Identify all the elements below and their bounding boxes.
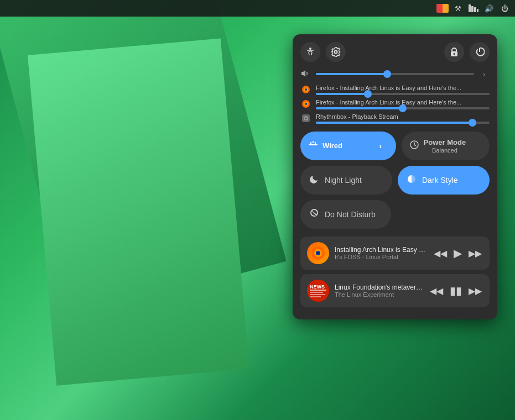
firefox2-slider[interactable] [316, 107, 490, 109]
svg-rect-19 [313, 141, 314, 143]
topbar-network-icon[interactable] [467, 2, 480, 14]
night-light-icon [309, 174, 319, 186]
audio-row-rhythmbox: Rhythmbox - Playback Stream [300, 113, 490, 124]
svg-point-6 [454, 53, 455, 55]
firefox-prev-button[interactable]: ◀◀ [433, 247, 448, 260]
linux-next-button[interactable]: ▶▶ [467, 285, 483, 297]
svg-rect-2 [474, 7, 476, 12]
dnd-label: Do Not Disturb [325, 210, 376, 219]
night-light-label: Night Light [325, 176, 362, 185]
firefox-media-info: Installing Arch Linux is Easy and... It'… [335, 246, 427, 260]
linux-media-title: Linux Foundation's metaverse... [335, 284, 423, 291]
do-not-disturb-button[interactable]: Do Not Disturb [300, 200, 391, 229]
firefox-media-artist: It's FOSS - Linux Portal [335, 254, 427, 260]
svg-point-25 [317, 252, 319, 254]
power-mode-button[interactable]: Power Mode Balanced [402, 132, 490, 160]
volume-icon [300, 69, 311, 80]
firefox-icon-2 [300, 98, 311, 109]
dnd-icon [309, 208, 319, 221]
topbar: ⚒ 🔊 ⏻ [0, 0, 515, 17]
audio-label-rhythmbox: Rhythmbox - Playback Stream [316, 113, 490, 120]
svg-point-12 [305, 103, 307, 105]
svg-rect-30 [310, 294, 325, 295]
topbar-power-icon[interactable]: ⏻ [498, 2, 511, 14]
linux-pause-button[interactable]: ▮▮ [449, 283, 463, 298]
volume-thumb[interactable] [383, 70, 391, 78]
svg-rect-0 [469, 4, 471, 12]
firefox-media-thumb [307, 242, 329, 264]
linux-media-info: Linux Foundation's metaverse... The Linu… [335, 284, 423, 298]
volume-section: › [300, 69, 490, 80]
svg-rect-18 [315, 142, 316, 145]
wired-icon [308, 140, 318, 152]
topbar-colored-icon[interactable] [436, 4, 449, 13]
linux-prev-button[interactable]: ◀◀ [429, 285, 444, 297]
media-card-firefox: Installing Arch Linux is Easy and... It'… [300, 237, 490, 270]
network-toggle-button[interactable]: Wired › [300, 132, 396, 160]
network-label: Wired [322, 141, 342, 150]
power-button[interactable] [470, 42, 490, 62]
svg-text:NEWS: NEWS [310, 284, 325, 290]
firefox-media-controls: ◀◀ ▶ ▶▶ [433, 245, 483, 261]
night-dark-row: Night Light Dark Style [300, 166, 490, 195]
dark-style-icon [407, 174, 417, 186]
topbar-volume-icon[interactable]: 🔊 [483, 2, 495, 14]
firefox-next-button[interactable]: ▶▶ [467, 247, 483, 260]
volume-fill [316, 73, 387, 75]
power-mode-icon [409, 140, 419, 152]
media-card-linux: NEWS Linux Foundation's metaverse... The… [300, 274, 490, 307]
power-mode-label: Power Mode [424, 138, 466, 147]
audio-row-firefox2: Firefox - Installing Arch Linux is Easy … [300, 98, 490, 109]
svg-rect-31 [310, 296, 321, 297]
lock-button[interactable] [444, 42, 464, 62]
settings-button[interactable] [326, 42, 346, 62]
firefox1-slider[interactable] [316, 93, 490, 95]
volume-expand-arrow[interactable]: › [478, 70, 490, 78]
rhythmbox-icon [300, 113, 311, 124]
volume-slider[interactable] [316, 69, 474, 80]
power-mode-sublabel: Balanced [424, 147, 466, 154]
svg-rect-29 [310, 292, 323, 293]
svg-point-9 [305, 88, 307, 91]
firefox-media-title: Installing Arch Linux is Easy and... [335, 246, 427, 254]
linux-media-controls: ◀◀ ▮▮ ▶▶ [429, 283, 483, 298]
linux-media-thumb: NEWS [307, 280, 329, 302]
accessibility-button[interactable] [300, 42, 320, 62]
svg-rect-28 [310, 290, 326, 291]
panel-header [300, 42, 490, 62]
audio-col-firefox1: Firefox - Installing Arch Linux is Easy … [316, 85, 490, 95]
dnd-row: Do Not Disturb [300, 200, 490, 229]
audio-row-firefox1: Firefox - Installing Arch Linux is Easy … [300, 84, 490, 95]
network-chevron: › [373, 138, 388, 154]
linux-media-artist: The Linux Experiment [335, 291, 423, 298]
dark-style-button[interactable]: Dark Style [398, 166, 490, 195]
svg-rect-16 [309, 144, 318, 145]
topbar-puzzle-icon[interactable]: ⚒ [452, 2, 464, 14]
firefox-icon-1 [300, 84, 311, 95]
panel-header-right [444, 42, 490, 62]
svg-point-4 [309, 48, 311, 50]
firefox-play-button[interactable]: ▶ [452, 245, 463, 261]
network-power-row: Wired › Power Mode Balanced [300, 132, 490, 160]
panel-header-left [300, 42, 346, 62]
svg-point-15 [305, 118, 307, 119]
volume-track [316, 73, 474, 75]
rhythmbox-slider[interactable] [316, 122, 490, 124]
night-light-button[interactable]: Night Light [300, 166, 392, 195]
svg-rect-3 [477, 9, 478, 12]
audio-label-firefox1: Firefox - Installing Arch Linux is Easy … [316, 85, 490, 91]
dark-style-label: Dark Style [422, 176, 458, 185]
audio-col-firefox2: Firefox - Installing Arch Linux is Easy … [316, 99, 490, 109]
audio-col-rhythmbox: Rhythmbox - Playback Stream [316, 113, 490, 124]
svg-rect-1 [471, 6, 474, 12]
svg-rect-17 [310, 142, 311, 145]
quick-settings-panel: › Firefox - Installing Arch Linux is Eas… [293, 34, 497, 319]
